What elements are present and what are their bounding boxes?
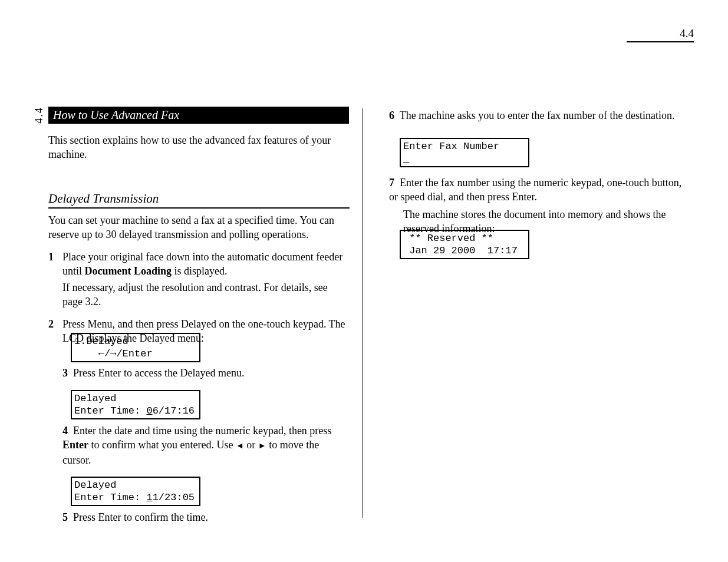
lcd-display-r2: ** Reserved ** Jan 29 2000 17:17 bbox=[400, 230, 529, 259]
section-header-bar: How to Use Advanced Fax bbox=[48, 107, 349, 124]
lcdr1-line1: Enter Fax Number bbox=[403, 141, 499, 152]
lcd3-rest: 1/23:05 bbox=[153, 492, 195, 503]
column-divider bbox=[363, 108, 363, 518]
page-number: 4.4 bbox=[627, 27, 694, 40]
lcd2-line2-label: Enter Time: bbox=[74, 405, 146, 416]
lcd-display-1: 1.Delayed ←/→/Enter bbox=[71, 333, 200, 362]
lcdr1-line2: _ bbox=[403, 153, 409, 164]
step-5-text: Press Enter to confirm the time. bbox=[73, 511, 208, 523]
step-3: 3 Press Enter to access the Delayed menu… bbox=[62, 366, 340, 380]
lcd3-line2-label: Enter Time: bbox=[74, 492, 146, 503]
lcd3-cursor: 1 bbox=[146, 492, 152, 503]
steps-block: You can set your machine to send a fax a… bbox=[48, 213, 350, 348]
step-1-sub: If necessary, adjust the resolution and … bbox=[62, 280, 350, 309]
step-4-number: 4 bbox=[62, 425, 68, 437]
lcd2-rest: 6/17:16 bbox=[153, 405, 195, 416]
lcdr2-line2: Jan 29 2000 17:17 bbox=[403, 245, 518, 256]
step-7: 7 Enter the fax number using the numeric… bbox=[389, 176, 690, 204]
header-title: How to Use Advanced Fax bbox=[53, 108, 179, 121]
chapter-margin-number: 4.4 bbox=[33, 107, 45, 124]
step-4: 4 Enter the date and time using the nume… bbox=[62, 424, 340, 467]
step-6-number: 6 bbox=[389, 110, 394, 121]
step-1-text: Place your original face down into the a… bbox=[62, 250, 350, 278]
step-3-text: Press Enter to access the Delayed menu. bbox=[73, 367, 244, 379]
step-3-number: 3 bbox=[62, 367, 68, 379]
lcd1-line2: ←/→/Enter bbox=[74, 348, 153, 359]
step-7-number: 7 bbox=[389, 177, 394, 189]
step-2-number: 2 bbox=[48, 317, 62, 345]
lcd-display-2: Delayed Enter Time: 06/17:16 bbox=[71, 390, 200, 419]
step-7-text: Enter the fax number using the numeric k… bbox=[389, 177, 681, 203]
lcd2-line1: Delayed bbox=[74, 393, 116, 404]
page-number-underline bbox=[627, 41, 694, 42]
step-1-number: 1 bbox=[48, 250, 62, 278]
arrow-right-icon: ► bbox=[258, 441, 266, 450]
step-6-text: The machine asks you to enter the fax nu… bbox=[400, 110, 675, 121]
step-1: 1 Place your original face down into the… bbox=[48, 250, 350, 278]
lcd-display-3: Delayed Enter Time: 11/23:05 bbox=[71, 477, 200, 506]
lcd3-line1: Delayed bbox=[74, 480, 116, 491]
lcd1-line1: 1.Delayed bbox=[74, 336, 129, 347]
lcd2-cursor: 0 bbox=[146, 405, 152, 416]
section-paragraph: You can set your machine to send a fax a… bbox=[48, 213, 350, 242]
subsection-heading: Delayed Transmission bbox=[48, 191, 350, 209]
intro-paragraph: This section explains how to use the adv… bbox=[48, 133, 350, 161]
step-6: 6 The machine asks you to enter the fax … bbox=[389, 108, 690, 123]
lcd-display-r1: Enter Fax Number _ bbox=[400, 138, 529, 167]
lcdr2-line1: ** Reserved ** bbox=[403, 233, 493, 244]
arrow-left-icon: ◄ bbox=[236, 441, 244, 450]
step-5-number: 5 bbox=[62, 511, 68, 523]
page-root: 4.4 4.4 How to Use Advanced Fax This sec… bbox=[0, 0, 728, 562]
step-5: 5 Press Enter to confirm the time. bbox=[62, 510, 340, 524]
